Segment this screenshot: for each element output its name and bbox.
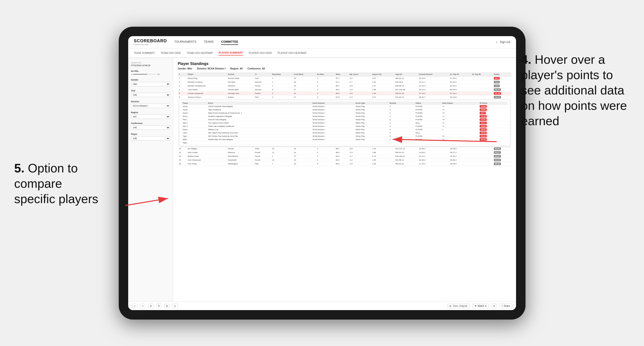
tooltip-table-row: Jake I The Cypress Point Classic NCAA Di…	[182, 121, 508, 125]
conference-select[interactable]: (All)	[131, 125, 170, 130]
filter-conference: Conference: All	[248, 67, 265, 70]
nav-teams[interactable]: TEAMS	[204, 39, 214, 45]
chevron-down-icon: ▾	[485, 305, 486, 307]
points-badge[interactable]: 70.2	[494, 85, 500, 87]
table-row: 24 Bastien Amat New Mexico Fourth 1 27 2…	[178, 154, 511, 158]
settings-button[interactable]: ⚙	[148, 304, 154, 308]
col-points: Points	[493, 72, 511, 77]
sidebar: Update time: 27/01/2024 16:56:26 No Rds.…	[128, 58, 173, 302]
nav-right: | Sign out	[496, 39, 510, 45]
sidebar-region: Region N/A	[131, 111, 170, 119]
annotation-5: 5. Option to compare specific players	[14, 161, 104, 207]
sub-nav: TEAM SUMMARY TEAM H2H GRID TEAM H2H HEAT…	[128, 48, 516, 58]
tooltip-table: Player Event Event Division Event Type R…	[182, 102, 508, 145]
col-reg-rank: Reg Rank	[271, 72, 293, 77]
watch-icon: 👁	[474, 305, 477, 307]
col-school: School	[227, 72, 254, 77]
nav-committee[interactable]: COMMITTEE	[221, 39, 238, 45]
col-avg-sg: Avg SG	[394, 72, 418, 77]
points-badge[interactable]: 68.18	[494, 96, 501, 99]
region-select[interactable]: N/A	[131, 115, 170, 119]
sidebar-year: Year (All)	[131, 90, 170, 97]
rds-slider[interactable]	[133, 74, 156, 75]
standings-table: # Player School Yr Reg Rank Conf Rank No…	[178, 72, 511, 166]
view-label: View: Original	[453, 305, 467, 307]
tooltip-table-row: David... Williams Cup NCAA Division I Ma…	[182, 128, 508, 131]
col-wins: Wins	[335, 72, 348, 77]
tooltip-table-row: Pitch... Inner Art Intercollegiate NCAA …	[182, 118, 508, 121]
bottom-toolbar: ↩ ↪ ⚙ ⧉ ⊞ ◷ ⊞ View: Original 👁 Watch ▾ ⬇	[128, 302, 516, 310]
nav-tournaments[interactable]: TOURNAMENTS	[174, 39, 196, 45]
subnav-team-h2h-heatmap[interactable]: TEAM H2H HEATMAP	[186, 50, 213, 55]
sidebar-player: Player (All)	[131, 133, 170, 141]
tooltip-table-row: Luke I SEC Match Play hosted by Jerry Pa…	[182, 131, 508, 134]
col-conf-rank: Conf Rank	[293, 72, 316, 77]
player-select[interactable]: (All)	[131, 136, 170, 141]
copy-button[interactable]: ⧉	[156, 304, 161, 308]
table-row: 5 Christo Lamprecht Georgia Tech Fourth …	[178, 91, 511, 95]
logo-title: SCOREBOARD	[134, 38, 167, 43]
points-badge[interactable]: 68.34	[494, 88, 501, 91]
share-button[interactable]: ⤴ Share	[500, 304, 512, 308]
download-button[interactable]: ⬇	[492, 304, 497, 308]
main-content: Update time: 27/01/2024 16:56:26 No Rds.…	[128, 58, 516, 302]
col-num: #	[178, 72, 186, 77]
subnav-team-h2h-grid[interactable]: TEAM H2H GRID	[160, 50, 181, 55]
logo-area: SCOREBOARD Powered by clippi	[134, 38, 167, 46]
tooltip-table-row: Mattl... Mirabel Maui Jim Intercollegiat…	[182, 138, 508, 141]
table-row: 2 Michael La Sasso Ole Miss Second 1 18 …	[178, 80, 511, 84]
panel-header: Player Standings Gender: Men Division: N…	[178, 62, 511, 70]
sidebar-division: Division NCAA Division I	[131, 100, 170, 108]
table-row: 1 Wenyi Ding Arizona State First 1 15 1 …	[178, 76, 511, 80]
table-row: 6 Jackson Koivun Auburn First 2 27 5 67.…	[178, 95, 511, 99]
col-player: Player	[186, 72, 227, 77]
subnav-player-summary[interactable]: PLAYER SUMMARY	[218, 50, 243, 55]
year-select[interactable]: (All)	[131, 93, 170, 97]
tooltip-table-row: Alex C Fallen Oak Collegiate Invitationa…	[182, 125, 508, 128]
gender-select[interactable]: Men	[131, 82, 170, 86]
watch-button[interactable]: 👁 Watch ▾	[472, 304, 488, 308]
points-badge-highlighted[interactable]: 80.49	[494, 92, 501, 95]
tooltip-table-row: Jacob... Tiger Invitational NCAA Divisio…	[182, 108, 508, 111]
clock-button[interactable]: ◷	[172, 304, 178, 308]
tooltip-table-row: Brenn... Southern Highlands Collegiate N…	[182, 115, 508, 118]
tooltip-table-row: Tiger... SEC Stroke Play hosted by Jerry…	[182, 134, 508, 138]
nav-links: TOURNAMENTS TEAMS COMMITTEE	[174, 39, 496, 45]
filter-region: Region: All	[230, 67, 243, 70]
subnav-team-summary[interactable]: TEAM SUMMARY	[134, 50, 155, 55]
table-row: 22 Ian Gilligan Florida Third 10 24 1 68…	[178, 147, 511, 151]
panel-title: Player Standings	[178, 62, 511, 66]
filter-division: Division: NCAA Division I	[197, 67, 226, 70]
redo-button[interactable]: ↪	[140, 304, 145, 308]
filter-row: Gender: Men Division: NCAA Division I Re…	[178, 67, 511, 70]
col-adj-score: Adj. Score	[348, 72, 371, 77]
tooltip-row: Player Event Event Division Event Type R…	[178, 99, 511, 147]
points-badge[interactable]: 88.2	[494, 77, 500, 80]
view-original-btn[interactable]: ⊞ View: Original	[447, 304, 470, 308]
col-vs25: Vs Top 25	[449, 72, 471, 77]
watch-label: Watch	[478, 305, 484, 307]
table-row: 23 Jack Lundin Missouri Fourth 11 24 0 6…	[178, 151, 511, 154]
division-select[interactable]: NCAA Division I	[131, 104, 170, 108]
table-row: 25 Cole Sherwood Vanderbilt Fourth 12 23…	[178, 158, 511, 162]
subnav-player-h2h-grid[interactable]: PLAYER H2H GRID	[248, 50, 272, 55]
tooltip-table-row: Taylo...	[182, 141, 508, 144]
tablet-frame: SCOREBOARD Powered by clippi TOURNAMENTS…	[119, 27, 526, 320]
sign-out-link[interactable]: Sign out	[500, 39, 510, 45]
nav-divider: |	[496, 41, 497, 43]
undo-button[interactable]: ↩	[132, 304, 137, 308]
table-row: 3 Michael Thorbjornsen Stanford Fourth 1…	[178, 84, 511, 88]
logo-sub: Powered by clippi	[134, 43, 167, 46]
nav-bar: SCOREBOARD Powered by clippi TOURNAMENTS…	[128, 36, 516, 48]
share-label: Share	[504, 305, 510, 307]
tablet-screen: SCOREBOARD Powered by clippi TOURNAMENTS…	[128, 36, 516, 310]
sidebar-gender: Gender Men	[131, 79, 170, 86]
share-icon: ⤴	[502, 305, 503, 307]
layout-button[interactable]: ⊞	[164, 304, 169, 308]
table-row: 4 Luke Claton Florida State Second 5 27 …	[178, 88, 511, 91]
subnav-player-h2h-heatmap[interactable]: PLAYER H2H HEATMAP	[278, 50, 307, 55]
filter-gender: Gender: Men	[178, 67, 192, 70]
points-badge[interactable]: 76.2	[494, 81, 500, 83]
col-overall: Overall Record	[418, 72, 449, 77]
sidebar-conference: Conference (All)	[131, 122, 170, 130]
